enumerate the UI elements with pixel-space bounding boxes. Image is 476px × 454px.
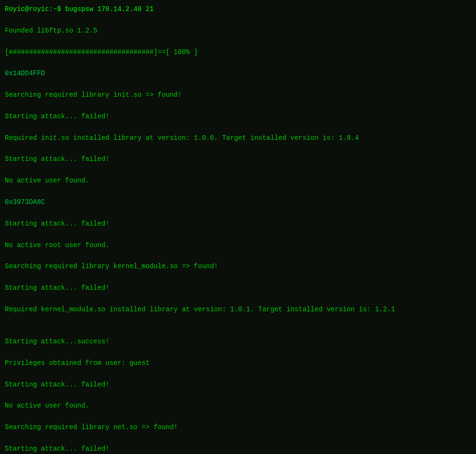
terminal-output: Royic@royic:~$ bugspsw 170.14.2.48 21Fou… <box>5 4 471 454</box>
terminal-window: Royic@royic:~$ bugspsw 170.14.2.48 21Fou… <box>0 0 476 454</box>
terminal-line: Starting attack... failed! <box>5 283 471 293</box>
terminal-line: Starting attack... failed! <box>5 443 471 454</box>
terminal-line: No active root user found. <box>5 240 471 250</box>
terminal-line: Searching required library net.so => fou… <box>5 422 471 432</box>
terminal-line: No active user found. <box>5 400 471 411</box>
terminal-line: Royic@royic:~$ bugspsw 170.14.2.48 21 <box>5 4 471 14</box>
terminal-line: Required init.so installed library at ve… <box>5 133 471 143</box>
terminal-line: Starting attack... failed! <box>5 379 471 390</box>
terminal-line: Searching required library init.so => fo… <box>5 90 471 100</box>
terminal-line: Starting attack... failed! <box>5 111 471 122</box>
terminal-line: [####################################]==… <box>5 47 471 57</box>
terminal-line: 0x3973DA8C <box>5 197 471 207</box>
terminal-line: Required kernel_module.so installed libr… <box>5 304 471 315</box>
terminal-line: Privileges obtained from user: guest <box>5 358 471 368</box>
terminal-line: 0x14DD4FFD <box>5 68 471 79</box>
terminal-line-empty <box>5 326 471 336</box>
terminal-line: No active user found. <box>5 175 471 186</box>
terminal-line: Starting attack... failed! <box>5 218 471 229</box>
terminal-line: Starting attack... failed! <box>5 154 471 164</box>
terminal-line: Founded libftp.so 1.2.5 <box>5 25 471 36</box>
terminal-line: Starting attack...success! <box>5 336 471 347</box>
terminal-line: Searching required library kernel_module… <box>5 261 471 272</box>
